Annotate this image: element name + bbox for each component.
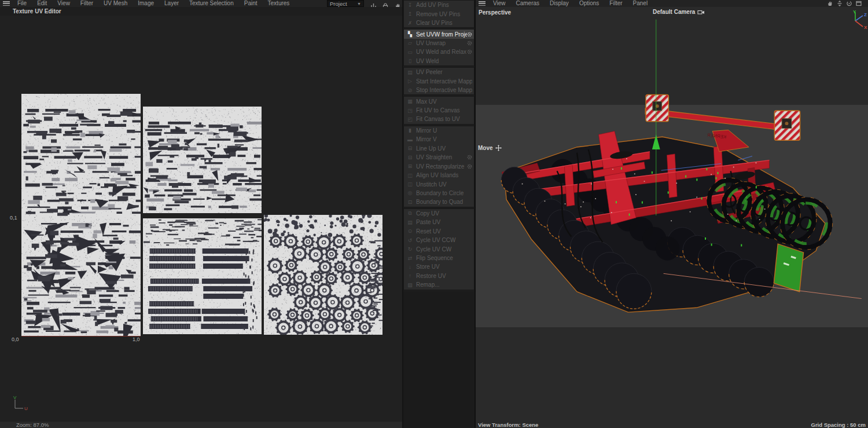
uv-menu-item-cycle-uv-ccw[interactable]: ↺Cycle UV CCW — [404, 236, 474, 244]
mirror-v-icon: ▬ — [406, 137, 414, 142]
viewport-3d[interactable]: KERNER Perspective Default Camera Move Y… — [476, 7, 868, 422]
uv-menu-item-boundary-to-quad[interactable]: ⊡Boundary to Quad — [404, 197, 474, 206]
viewport-menu-items: ViewCamerasDisplayOptionsFilterPanel — [488, 0, 653, 7]
uv-menu-item-label: Copy UV — [416, 210, 472, 217]
hamburger-icon[interactable] — [3, 1, 10, 6]
menu-uv-mesh[interactable]: UV Mesh — [98, 0, 133, 7]
uv-menu-item-uv-rectangularize[interactable]: ⊞UV Rectangularize — [404, 162, 474, 170]
settings-gear-icon[interactable] — [467, 164, 472, 169]
uv-menu-item-uv-peeler[interactable]: ▤UV Peeler — [404, 68, 474, 76]
uv-menu-item-max-uv[interactable]: ▦Max UV — [404, 97, 474, 105]
maximize-icon[interactable] — [856, 1, 862, 6]
uv-menu-item-label: Line Up UV — [416, 145, 472, 152]
viewport-view-label[interactable]: Perspective — [479, 9, 511, 16]
view-axis-gizmo[interactable]: Y Z X — [844, 9, 868, 33]
uv-menu-item-uv-weld-and-relax[interactable]: ▭UV Weld and Relax — [404, 47, 474, 56]
menu-paint[interactable]: Paint — [239, 0, 263, 7]
play-icon: ▷ — [406, 78, 414, 84]
uv-menu-item-uv-straighten[interactable]: ⊟UV Straighten — [404, 153, 474, 162]
settings-gear-icon[interactable] — [467, 49, 472, 54]
store-icon: ↓ — [406, 264, 414, 270]
uv-menu-item-boundary-to-circle[interactable]: ◎Boundary to Circle — [404, 189, 474, 197]
vp-menu-display[interactable]: Display — [545, 0, 574, 7]
uv-tile-top-left[interactable] — [21, 94, 141, 218]
reset-icon: ⊙ — [406, 228, 414, 234]
mirror-u-icon: ▮ — [406, 127, 414, 133]
project-dropdown[interactable]: Project ▼ — [327, 0, 364, 7]
uv-menu-item-label: Boundary to Quad — [416, 199, 472, 205]
uv-menu-item-label: Clear UV Pins — [416, 20, 472, 26]
uv-tile-bottom-left[interactable] — [21, 218, 141, 336]
vp-menu-filter[interactable]: Filter — [604, 0, 627, 7]
uv-command-panel: ↧Add UV Pins↥Remove UV Pins✗Clear UV Pin… — [403, 0, 475, 291]
orbit-icon[interactable] — [846, 1, 852, 6]
menu-edit[interactable]: Edit — [32, 0, 52, 7]
vp-menu-options[interactable]: Options — [574, 0, 604, 7]
uv-menu-item-label: UV Straighten — [416, 154, 467, 160]
settings-gear-icon[interactable] — [467, 32, 472, 37]
uv-menu-item-restore-uv[interactable]: ↑Restore UV — [404, 272, 474, 280]
hamburger-icon[interactable] — [479, 1, 486, 6]
uv-menu-item-copy-uv[interactable]: ⧉Copy UV — [404, 209, 474, 218]
uv-menu-item-fit-canvas-to-uv[interactable]: ◰Fit Canvas to UV — [404, 115, 474, 123]
uv-editor-statusbar: Zoom: 87.0% — [0, 422, 403, 428]
machine-3d-model[interactable]: KERNER — [476, 7, 868, 422]
menu-image[interactable]: Image — [133, 0, 159, 7]
uv-tile-top-middle[interactable] — [143, 107, 262, 213]
uv-menu-item-label: Remove UV Pins — [416, 11, 472, 17]
uv-menu-item-store-uv[interactable]: ↓Store UV — [404, 262, 474, 271]
uv-menu-item-label: Store UV — [416, 264, 472, 270]
menu-filter[interactable]: Filter — [75, 0, 98, 7]
uv-menu-item-paste-uv[interactable]: ▤Paste UV — [404, 218, 474, 226]
y-axis-label: Y — [853, 9, 856, 14]
v-axis-label: V — [13, 395, 17, 400]
menu-view[interactable]: View — [52, 0, 75, 7]
uv-menu-item-uv-weld[interactable]: ▯UV Weld — [404, 57, 474, 65]
vp-menu-cameras[interactable]: Cameras — [511, 0, 545, 7]
uv-menu-item-label: Boundary to Circle — [416, 190, 472, 196]
uv-menu-item-remove-uv-pins[interactable]: ↥Remove UV Pins — [404, 9, 474, 18]
uv-menu-item-cycle-uv-cw[interactable]: ↻Cycle UV CW — [404, 244, 474, 253]
uv-menu-item-label: Add UV Pins — [416, 2, 472, 8]
camera-label-wrap[interactable]: Default Camera — [653, 9, 705, 15]
uv-menu-group: ▦Max UV◳Fit UV to Canvas◰Fit Canvas to U… — [403, 96, 475, 124]
pan-vertical-icon[interactable] — [837, 1, 843, 6]
uv-menu-item-set-uvw-from-projection[interactable]: ▚Set UVW from Projection — [404, 30, 474, 38]
uv-menu-item-start-interactive-mapping[interactable]: ▷Start Interactive Mapping — [404, 77, 474, 86]
uv-menu-item-add-uv-pins[interactable]: ↧Add UV Pins — [404, 1, 474, 9]
vp-menu-view[interactable]: View — [488, 0, 511, 7]
settings-gear-icon[interactable] — [467, 41, 472, 46]
uv-menu-item-clear-uv-pins[interactable]: ✗Clear UV Pins — [404, 19, 474, 27]
uv-menu-item-mirror-u[interactable]: ▮Mirror U — [404, 126, 474, 135]
uv-menu-item-label: Fit UV to Canvas — [416, 107, 472, 114]
viewport-statusbar: View Transform: Scene Grid Spacing : 50 … — [476, 422, 868, 428]
menu-file[interactable]: File — [12, 0, 32, 7]
cycle-ccw-icon: ↺ — [406, 237, 414, 243]
menu-layer[interactable]: Layer — [159, 0, 184, 7]
uv-tile-bottom-right[interactable] — [264, 215, 382, 335]
uv-menu-item-fit-uv-to-canvas[interactable]: ◳Fit UV to Canvas — [404, 106, 474, 115]
uv-menu-item-stop-interactive-mapping[interactable]: ⊘Stop Interactive Mapping — [404, 86, 474, 94]
uv-menu-item-flip-sequence[interactable]: ⇄Flip Sequence — [404, 254, 474, 262]
fit-uv-icon: ◳ — [406, 108, 414, 114]
hand-icon[interactable] — [827, 1, 833, 6]
uv-menu-item-align-uv-islands[interactable]: ◫Align UV Islands — [404, 171, 474, 180]
menu-textures[interactable]: Textures — [263, 0, 295, 7]
uv-menu-item-uv-unwrap[interactable]: ▱UV Unwrap — [404, 39, 474, 47]
settings-gear-icon[interactable] — [467, 155, 472, 160]
uv-tile-bottom-middle[interactable] — [143, 218, 262, 334]
uv-coord-01: 0,1 — [10, 215, 17, 221]
uv-menu-item-label: Start Interactive Mapping — [416, 78, 472, 85]
uv-menu-item-label: Reset UV — [416, 228, 472, 235]
uv-menu-item-reset-uv[interactable]: ⊙Reset UV — [404, 227, 474, 236]
flip-sequence-icon: ⇄ — [406, 255, 414, 261]
uv-u-axis-line — [21, 336, 141, 336]
menu-texture-selection[interactable]: Texture Selection — [184, 0, 239, 7]
vp-menu-panel[interactable]: Panel — [628, 0, 653, 7]
uv-menu-item-mirror-v[interactable]: ▬Mirror V — [404, 135, 474, 144]
uv-menu-item-remap-[interactable]: ▨Remap... — [404, 280, 474, 289]
uv-menu-item-line-up-uv[interactable]: ⊟Line Up UV — [404, 144, 474, 153]
uv-menu-item-unstitch-uv[interactable]: ◫Unstitch UV — [404, 180, 474, 188]
uv-menu-item-label: UV Unwrap — [416, 40, 467, 46]
uv-menu-item-label: Align UV Islands — [416, 172, 472, 178]
